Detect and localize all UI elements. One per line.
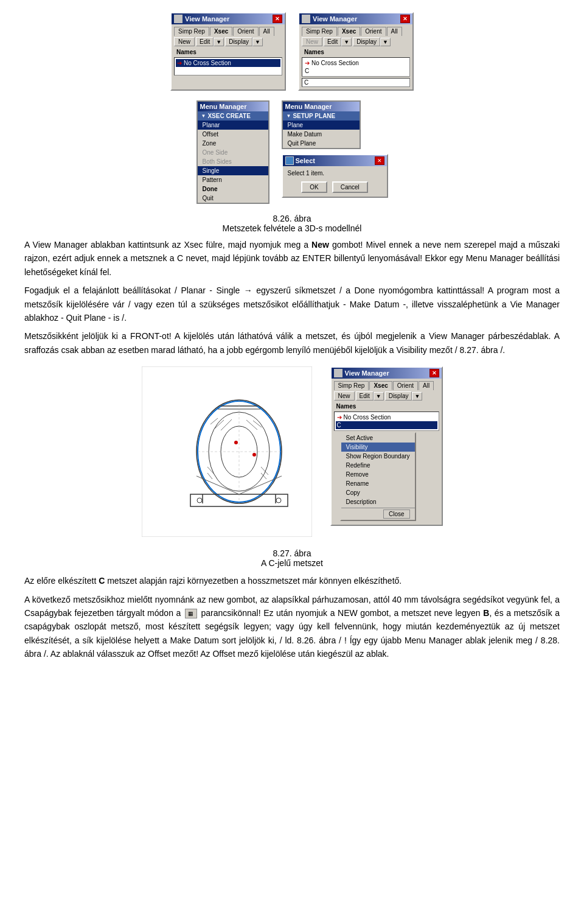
tab-simprep-3[interactable]: Simp Rep (334, 381, 369, 390)
mm-titlebar-1: Menu Manager (198, 102, 268, 111)
mm-item-done[interactable]: Done (198, 184, 268, 194)
select-titlebar: Select ✕ (283, 155, 387, 166)
figure-caption-1: 8.26. ábra Metszetek felvétele a 3D-s mo… (24, 214, 560, 233)
tab-bar-3: Simp Rep Xsec Orient All (334, 381, 439, 390)
tab-all-1[interactable]: All (259, 27, 274, 36)
toolbar-3: New Edit ▼ Display ▼ (334, 391, 439, 401)
tab-orient-3[interactable]: Orient (393, 381, 418, 390)
display-arrow-1[interactable]: ▼ (252, 38, 263, 46)
display-dropdown-3[interactable]: Display ▼ (385, 391, 423, 401)
mm-item-both-sides[interactable]: Both Sides (198, 157, 268, 166)
edit-dropdown-3[interactable]: Edit ▼ (356, 391, 384, 401)
display-arrow-2[interactable]: ▼ (380, 38, 391, 46)
display-button-1[interactable]: Display (225, 37, 252, 46)
svg-rect-0 (142, 366, 312, 537)
paragraph-5: A következő metszősikhoz mielőtt nyomnán… (24, 593, 560, 661)
edit-arrow-3[interactable]: ▼ (374, 392, 384, 401)
mm-item-make-datum[interactable]: Make Datum (283, 130, 360, 139)
edit-button-3[interactable]: Edit (356, 391, 374, 401)
mm-titlebar-2: Menu Manager (283, 102, 360, 111)
select-title: Select (296, 157, 315, 164)
view-manager-dialog-3[interactable]: View Manager ✕ Simp Rep Xsec Orient All … (330, 366, 443, 526)
list-item-no-cross-1[interactable]: ➔ No Cross Section (176, 59, 280, 67)
paragraph-1: A View Manager ablakban kattintsunk az X… (24, 238, 560, 279)
dialog-icon-3 (334, 369, 342, 377)
tab-orient-1[interactable]: Orient (233, 27, 258, 36)
display-dropdown-2[interactable]: Display ▼ (353, 37, 391, 46)
select-body: Select 1 item. OK Cancel (283, 166, 387, 197)
display-button-2[interactable]: Display (353, 37, 380, 46)
tab-simprep-1[interactable]: Simp Rep (174, 27, 209, 36)
listbox-1[interactable]: ➔ No Cross Section (174, 57, 282, 75)
view-manager-dialog-1[interactable]: View Manager ✕ Simp Rep Xsec Orient All … (170, 12, 286, 91)
paragraph-4: Az előre elkészített C metszet alapján r… (24, 574, 560, 587)
name-input-2[interactable] (302, 78, 410, 87)
select-cancel-button[interactable]: Cancel (332, 181, 368, 193)
paragraph-2: Fogadjuk el a felajánlott beállításokat … (24, 284, 560, 324)
listbox-3[interactable]: ➔ No Cross Section C (334, 411, 439, 431)
mm-item-quit-plane[interactable]: Quit Plane (283, 139, 360, 148)
tab-all-2[interactable]: All (387, 27, 402, 36)
listbox-2[interactable]: ➔ No Cross Section C (302, 57, 410, 77)
ctx-set-active[interactable]: Set Active (341, 433, 415, 443)
ctx-description[interactable]: Description (341, 497, 415, 506)
menu-manager-setup-plane[interactable]: Menu Manager SETUP PLANE Plane Make Datu… (282, 100, 361, 149)
close-button-2[interactable]: ✕ (400, 15, 410, 23)
new-button-1[interactable]: New (174, 37, 195, 46)
mm-item-single[interactable]: Single (198, 166, 268, 175)
display-button-3[interactable]: Display (385, 391, 412, 401)
tab-simprep-2[interactable]: Simp Rep (302, 27, 337, 36)
select-close-btn[interactable]: ✕ (375, 156, 384, 165)
tab-xsec-1[interactable]: Xsec (210, 27, 232, 36)
ctx-remove[interactable]: Remove (341, 470, 415, 479)
edit-button-1[interactable]: Edit (196, 37, 214, 46)
edit-dropdown-2[interactable]: Edit ▼ (324, 37, 352, 46)
ctx-copy[interactable]: Copy (341, 488, 415, 497)
select-ok-button[interactable]: OK (301, 181, 327, 193)
select-icon (285, 156, 294, 165)
display-dropdown-1[interactable]: Display ▼ (225, 37, 263, 46)
edit-arrow-2[interactable]: ▼ (341, 38, 352, 46)
display-arrow-3[interactable]: ▼ (412, 392, 422, 401)
list-item-c-3[interactable]: C (336, 421, 437, 429)
edit-arrow-1[interactable]: ▼ (214, 38, 224, 46)
ctx-visibility[interactable]: Visibility (341, 443, 415, 452)
edit-dropdown-1[interactable]: Edit ▼ (196, 37, 224, 46)
close-button-3[interactable]: ✕ (429, 369, 439, 377)
mm-item-offset[interactable]: Offset (198, 130, 268, 139)
tab-xsec-3[interactable]: Xsec (369, 381, 392, 390)
menu-manager-xsec[interactable]: Menu Manager XSEC CREATE Planar Offset Z… (196, 100, 269, 204)
ctx-show-region[interactable]: Show Region Boundary (341, 452, 415, 461)
view-manager-titlebar-3: View Manager ✕ (332, 368, 442, 379)
mm-item-one-side[interactable]: One Side (198, 148, 268, 157)
inline-datum-icon: ▦ (185, 609, 197, 618)
select-dialog[interactable]: Select ✕ Select 1 item. OK Cancel (282, 154, 388, 198)
view-manager-dialog-2[interactable]: View Manager ✕ Simp Rep Xsec Orient All … (298, 12, 414, 91)
tab-all-3[interactable]: All (419, 381, 434, 390)
names-label-1: Names (174, 48, 282, 56)
view-manager-titlebar-2: View Manager ✕ (299, 13, 412, 24)
dialog-icon-1 (174, 15, 182, 23)
toolbar-2: New Edit ▼ Display ▼ (302, 37, 410, 46)
ctx-redefine[interactable]: Redefine (341, 461, 415, 470)
mm-item-plane[interactable]: Plane (283, 121, 360, 130)
ctx-close-btn[interactable]: Close (383, 509, 410, 519)
ctx-rename[interactable]: Rename (341, 479, 415, 488)
mm-item-quit[interactable]: Quit (198, 194, 268, 203)
edit-button-2[interactable]: Edit (324, 37, 341, 46)
figure-caption-2: 8.27. ábra A C-jelű metszet (24, 548, 560, 568)
mm-item-zone[interactable]: Zone (198, 139, 268, 148)
view-manager-title-3: View Manager (345, 369, 389, 377)
tab-xsec-2[interactable]: Xsec (338, 27, 360, 36)
tab-orient-2[interactable]: Orient (361, 27, 386, 36)
mm-item-planar[interactable]: Planar (198, 121, 268, 130)
list-item-c[interactable]: C (304, 67, 408, 75)
new-button-3[interactable]: New (334, 391, 355, 401)
context-menu-3[interactable]: Set Active Visibility Show Region Bounda… (340, 432, 416, 521)
list-item-no-cross-2[interactable]: ➔ No Cross Section (304, 59, 408, 67)
dialog-icon-2 (302, 15, 310, 23)
new-button-2[interactable]: New (302, 37, 322, 46)
list-item-no-cross-3[interactable]: ➔ No Cross Section (336, 413, 437, 421)
close-button-1[interactable]: ✕ (273, 15, 282, 23)
mm-item-pattern[interactable]: Pattern (198, 175, 268, 184)
